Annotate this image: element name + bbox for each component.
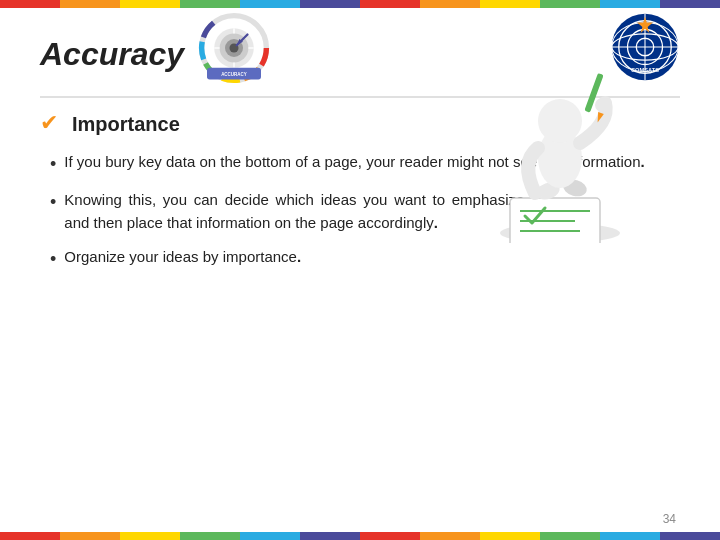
bullet-text-2: Knowing this, you can decide which ideas… [64,188,524,235]
bottom-bar-segment-1 [0,532,60,540]
bar-segment-3 [120,0,180,8]
figure-illustration [480,43,640,223]
accuracy-badge: ACCURACY [198,12,270,84]
bottom-bar-segment-9 [480,532,540,540]
bottom-bar-segment-6 [300,532,360,540]
bar-segment-12 [660,0,720,8]
bullet-dot-3: • [50,246,56,273]
bar-segment-11 [600,0,660,8]
bar-segment-9 [480,0,540,8]
content-wrapper: • If you bury key data on the bottom of … [40,150,680,273]
top-color-bar [0,0,720,8]
bottom-bar-segment-2 [60,532,120,540]
svg-point-38 [538,99,582,143]
bottom-bar-segment-7 [360,532,420,540]
bullet-dot-2: • [50,189,56,216]
bottom-bar-segment-8 [420,532,480,540]
bar-segment-5 [240,0,300,8]
bottom-bar-segment-4 [180,532,240,540]
svg-text:ACCURACY: ACCURACY [221,72,247,77]
bar-segment-4 [180,0,240,8]
importance-label: Importance [72,113,180,136]
bar-segment-10 [540,0,600,8]
bar-segment-2 [60,0,120,8]
title-badge-group: Accuracy [40,18,270,90]
bar-segment-7 [360,0,420,8]
bar-segment-8 [420,0,480,8]
bar-segment-1 [0,0,60,8]
bullet-item-3: • Organize your ideas by importance. [50,245,680,273]
checkmark-icon: ✔ [40,112,64,136]
bottom-color-bar [0,532,720,540]
bullet-dot-1: • [50,151,56,178]
page-title: Accuracy [40,36,184,73]
bottom-bar-segment-3 [120,532,180,540]
bullet-text-3: Organize your ideas by importance. [64,245,301,268]
svg-point-41 [595,98,609,112]
bar-segment-6 [300,0,360,8]
page-number: 34 [663,512,676,526]
main-content: Accuracy [0,8,720,293]
bottom-bar-segment-11 [600,532,660,540]
bottom-bar-segment-5 [240,532,300,540]
bottom-bar-segment-10 [540,532,600,540]
bottom-bar-segment-12 [660,532,720,540]
